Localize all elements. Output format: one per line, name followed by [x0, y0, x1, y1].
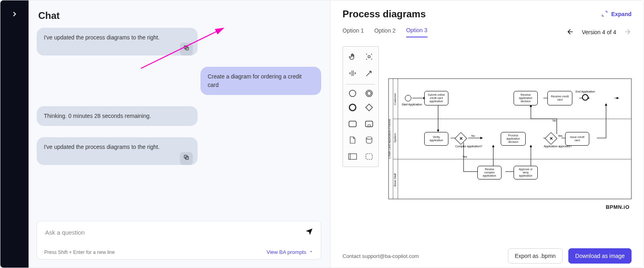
gateway-complex-label: Complex application?: [455, 145, 482, 148]
version-nav: Version 4 of 4: [566, 28, 632, 37]
task-review[interactable]: Review complex application: [477, 166, 502, 179]
chat-message-user: Create a diagram for ordering a credit c…: [200, 67, 321, 95]
chat-message-text: I've updated the process diagrams to the…: [44, 144, 160, 150]
bpmn-palette[interactable]: [343, 46, 379, 167]
svg-point-14: [349, 104, 356, 111]
chat-message-ai: I've updated the process diagrams to the…: [37, 137, 198, 165]
version-text: Version 4 of 4: [582, 29, 616, 35]
chat-message-text: Thinking. 0 minutes 28 seconds remaining…: [44, 113, 151, 119]
end-event-label: End Application: [576, 90, 595, 93]
version-prev-icon[interactable]: [566, 28, 574, 37]
start-event[interactable]: [405, 95, 411, 101]
version-next-icon[interactable]: [623, 28, 632, 37]
left-rail: [0, 0, 29, 268]
edge-yes: Yes: [462, 155, 467, 158]
task-verify[interactable]: Verify application: [424, 132, 448, 146]
expand-button[interactable]: Expand: [601, 10, 632, 18]
task-receive-decision[interactable]: Receive application decision: [514, 91, 538, 105]
chat-message-text: Create a diagram for ordering a credit c…: [208, 73, 301, 88]
task-submit[interactable]: Submit online credit card application: [424, 91, 448, 105]
task-issue[interactable]: Issue credit card: [565, 132, 589, 146]
support-text: Contact support@ba-copilot.com: [343, 253, 419, 259]
input-hint: Press Shift + Enter for a new line: [44, 249, 115, 255]
end-event-icon[interactable]: [348, 103, 357, 112]
tab-option-3[interactable]: Option 3: [406, 27, 427, 37]
tab-option-2[interactable]: Option 2: [374, 27, 396, 37]
view-prompts-link[interactable]: View BA prompts: [266, 249, 314, 255]
svg-point-19: [366, 137, 372, 139]
svg-rect-7: [368, 56, 370, 58]
option-tabs: Option 1 Option 2 Option 3 Version 4 of …: [343, 27, 632, 37]
expand-label: Expand: [611, 11, 632, 17]
svg-point-13: [367, 91, 371, 95]
start-event-label: Start Application: [402, 103, 422, 106]
download-image-button[interactable]: Download as image: [568, 248, 632, 264]
space-tool-icon[interactable]: [348, 69, 357, 78]
copy-button[interactable]: [180, 152, 193, 165]
data-store-icon[interactable]: [365, 136, 374, 144]
connect-tool-icon[interactable]: [365, 69, 374, 78]
copy-icon: [183, 154, 190, 163]
bpmn-logo: BPMN.iO: [606, 204, 630, 210]
task-approve[interactable]: Approve or deny application: [514, 166, 538, 179]
send-icon[interactable]: [305, 227, 314, 237]
chat-message-ai: I've updated the process diagrams to the…: [37, 28, 198, 56]
group-icon[interactable]: [365, 152, 374, 161]
svg-rect-15: [365, 104, 372, 111]
end-event[interactable]: [582, 94, 588, 101]
data-object-icon[interactable]: [348, 136, 357, 144]
task-icon[interactable]: [348, 120, 357, 128]
svg-rect-20: [349, 154, 357, 159]
subprocess-icon[interactable]: [365, 120, 374, 128]
svg-rect-16: [349, 121, 356, 127]
diagram-title: Process diagrams: [343, 8, 426, 20]
task-receive-card[interactable]: Receive credit card: [547, 91, 572, 105]
pool-icon[interactable]: [348, 152, 357, 161]
chat-input[interactable]: [44, 229, 305, 236]
svg-rect-17: [365, 121, 373, 127]
chat-title: Chat: [38, 10, 327, 21]
intermediate-event-icon[interactable]: [365, 89, 374, 98]
lasso-tool-icon[interactable]: [365, 52, 374, 61]
chat-message-text: I've updated the process diagrams to the…: [44, 34, 160, 41]
edge-no: No: [471, 134, 475, 137]
tab-option-1[interactable]: Option 1: [343, 27, 364, 37]
chevron-down-icon: [309, 249, 314, 255]
chat-scroll[interactable]: I've updated the process diagrams to the…: [37, 28, 327, 218]
edge-no-2: No: [553, 119, 556, 122]
svg-point-11: [349, 90, 356, 97]
view-prompts-label: View BA prompts: [266, 249, 306, 255]
export-bpmn-button[interactable]: Export as .bpmn: [508, 248, 563, 264]
hand-tool-icon[interactable]: [348, 52, 357, 61]
chat-input-card: Press Shift + Enter for a new line View …: [37, 221, 321, 260]
start-event-icon[interactable]: [348, 89, 357, 98]
task-process[interactable]: Process application decision: [501, 132, 526, 146]
copy-button[interactable]: [180, 43, 193, 56]
bpmn-diagram-canvas[interactable]: Credit Card Application Process Customer…: [388, 78, 632, 199]
edge-yes-2: Yes: [558, 134, 562, 137]
svg-rect-22: [366, 154, 372, 159]
chat-message-ai: Thinking. 0 minutes 28 seconds remaining…: [37, 106, 198, 126]
gateway-icon[interactable]: [365, 103, 374, 112]
copy-icon: [183, 45, 190, 54]
chat-panel: Chat I've updated the process diagrams t…: [29, 0, 330, 268]
expand-icon: [601, 10, 608, 18]
diagram-panel: Process diagrams Expand Option 1 Option …: [330, 0, 644, 268]
svg-line-10: [366, 71, 371, 76]
chevron-right-icon[interactable]: [10, 10, 19, 20]
